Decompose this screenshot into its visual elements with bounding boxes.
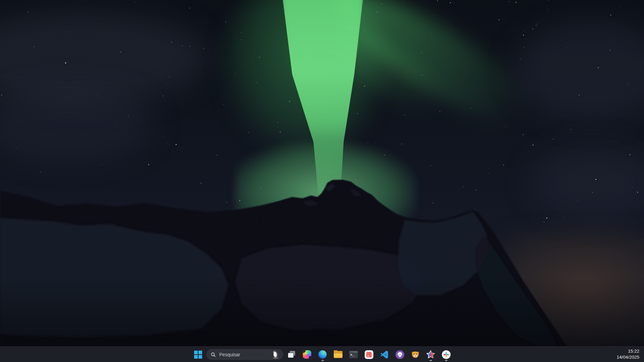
start-button[interactable] <box>191 348 205 361</box>
taskbar-app-vscode[interactable] <box>377 348 391 361</box>
terminal-icon: •••>_ <box>349 351 358 358</box>
taskbar-app-task-view[interactable] <box>285 348 298 361</box>
search-icon <box>211 352 216 357</box>
taskbar-app-terminal[interactable]: •••>_ <box>347 348 360 361</box>
clock-time: 15:22 <box>616 348 639 354</box>
edge-browser-icon <box>318 350 327 359</box>
running-indicator <box>445 360 447 361</box>
taskbar-app-slack[interactable] <box>439 348 453 361</box>
running-indicator <box>321 360 324 361</box>
windows-logo-icon <box>194 351 202 359</box>
taskbar-app-github-desktop[interactable] <box>393 348 407 361</box>
file-explorer-folder-icon <box>334 351 342 358</box>
wallpaper-aurora-mountains <box>0 0 644 362</box>
red-blue-star-a-icon <box>426 350 435 359</box>
taskbar-app-copilot[interactable] <box>300 348 314 361</box>
copilot-icon <box>303 350 311 359</box>
search-box[interactable] <box>206 349 283 360</box>
taskbar-app-edge[interactable] <box>316 348 329 361</box>
taskbar-app-red-square[interactable] <box>362 348 376 361</box>
search-input[interactable] <box>219 352 270 358</box>
taskbar-app-star-a[interactable] <box>424 348 438 361</box>
taskbar-clock[interactable]: 15:22 14/04/2025 <box>615 348 641 361</box>
clock-date: 14/04/2025 <box>616 354 639 360</box>
taskbar-app-file-explorer[interactable] <box>331 348 345 361</box>
taskbar-app-dog[interactable] <box>408 348 422 361</box>
red-square-app-icon <box>365 350 373 359</box>
running-indicator <box>429 360 432 361</box>
task-view-icon <box>287 350 296 359</box>
puffin-bird-icon[interactable] <box>271 350 280 359</box>
mountain-silhouette <box>0 0 644 362</box>
slack-icon <box>442 350 451 359</box>
vscode-icon <box>380 350 389 359</box>
dog-face-icon <box>411 350 420 359</box>
taskbar: •••>_ <box>0 346 644 362</box>
desktop: •••>_ <box>0 0 644 362</box>
github-desktop-icon <box>396 350 404 359</box>
